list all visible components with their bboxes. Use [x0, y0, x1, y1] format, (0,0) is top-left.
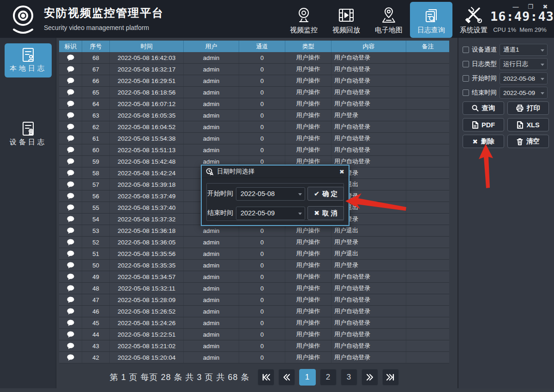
cell-user: admin: [184, 52, 239, 63]
print-button[interactable]: 打印: [507, 101, 549, 115]
sidebar-item-device-logs[interactable]: 设备日志: [5, 117, 52, 151]
nav-video-monitor[interactable]: 视频监控: [283, 2, 325, 38]
table-row[interactable]: 452022-05-08 15:24:26admin0用户操作用户自动登录: [59, 317, 449, 329]
table-row[interactable]: 462022-05-08 15:26:52admin0用户操作用户自动登录: [59, 306, 449, 317]
delete-button[interactable]: ✖删除: [463, 135, 504, 148]
pagination-bar: 第 1 页 每页 28 条 共 3 页 共 68 条 1 2 3: [59, 366, 449, 388]
table-row[interactable]: 502022-05-08 15:35:35admin0用户操作用户登录: [59, 260, 449, 271]
cell-time: 2022-05-08 15:36:18: [110, 225, 184, 236]
message-bubble-icon: [67, 77, 74, 84]
confirm-button[interactable]: ✔确 定: [307, 187, 344, 201]
cell-user: admin: [184, 329, 239, 340]
dialog-close-icon[interactable]: ✖: [339, 168, 344, 175]
cell-user: admin: [184, 75, 239, 86]
column-header[interactable]: 类型: [285, 41, 331, 52]
table-row[interactable]: 622022-05-08 16:04:52admin0用户操作用户自动登录: [59, 121, 449, 133]
page-button-3[interactable]: 3: [341, 369, 357, 386]
column-header[interactable]: 内容: [331, 41, 406, 52]
column-header[interactable]: 序号: [82, 41, 110, 52]
table-row[interactable]: 482022-05-08 15:32:11admin0用户操作用户自动登录: [59, 283, 449, 294]
column-header[interactable]: 时间: [110, 41, 184, 52]
table-row[interactable]: 642022-05-08 16:07:12admin0用户操作用户自动登录: [59, 98, 449, 110]
cell-remark: [406, 329, 449, 340]
start-time-select[interactable]: 2022-05-08: [500, 72, 548, 84]
prev-page-button[interactable]: [278, 369, 295, 386]
cell-remark: [406, 64, 449, 75]
cell-user: admin: [184, 271, 239, 282]
pdf-button[interactable]: PDF: [463, 118, 504, 131]
maximize-button[interactable]: ❐: [525, 3, 536, 10]
xls-button[interactable]: XLS: [507, 118, 549, 131]
table-row[interactable]: 632022-05-08 16:05:35admin0用户操作用户登录: [59, 110, 449, 121]
cell-type: 用户操作: [285, 260, 331, 271]
cell-time: 2022-05-08 15:32:11: [110, 283, 184, 294]
cell-time: 2022-05-08 16:05:35: [110, 110, 184, 121]
nav-e-map[interactable]: 电子地图: [367, 2, 410, 38]
column-header[interactable]: 通道: [239, 41, 285, 52]
cell-channel: 0: [239, 87, 285, 98]
cell-time: 2022-05-08 15:21:02: [110, 340, 184, 351]
column-header[interactable]: 标识: [59, 41, 82, 52]
filter-label: 开始时间: [472, 74, 497, 83]
cell-seq: 60: [82, 144, 110, 155]
end-time-checkbox[interactable]: [463, 89, 469, 96]
table-row[interactable]: 432022-05-08 15:21:02admin0用户操作用户自动登录: [59, 340, 449, 352]
nav-log-query[interactable]: 日志查询: [410, 2, 452, 38]
cell-seq: 68: [82, 52, 110, 63]
table-row[interactable]: 652022-05-08 16:18:56admin0用户操作用户自动登录: [59, 87, 449, 98]
column-header[interactable]: 用户: [184, 41, 239, 52]
table-row[interactable]: 532022-05-08 15:36:18admin0用户操作用户退出: [59, 225, 449, 237]
clear-button[interactable]: 清空: [507, 135, 549, 148]
cell-channel: 0: [239, 283, 285, 294]
cell-user: admin: [184, 144, 239, 155]
table-row[interactable]: 682022-05-08 16:42:03admin0用户操作用户自动登录: [59, 52, 449, 64]
device-channel-checkbox[interactable]: [463, 47, 469, 53]
cancel-button[interactable]: ✖取 消: [307, 206, 344, 220]
table-row[interactable]: 522022-05-08 15:36:05admin0用户操作用户登录: [59, 237, 449, 248]
next-page-button[interactable]: [361, 369, 378, 386]
sidebar-item-local-logs[interactable]: 本地日志: [5, 43, 52, 77]
close-button[interactable]: ✖: [540, 3, 550, 10]
minimize-button[interactable]: —: [511, 3, 521, 10]
sidebar-item-label: 本地日志: [10, 64, 47, 73]
cell-type: 用户操作: [285, 52, 331, 63]
page-button-2[interactable]: 2: [320, 369, 337, 386]
check-icon: ✔: [314, 190, 319, 197]
table-row[interactable]: 672022-05-08 16:32:17admin0用户操作用户自动登录: [59, 64, 449, 75]
table-row[interactable]: 492022-05-08 15:34:57admin0用户操作用户自动登录: [59, 271, 449, 283]
filter-label: 设备通道: [472, 46, 497, 54]
table-row[interactable]: 472022-05-08 15:28:09admin0用户操作用户自动登录: [59, 294, 449, 306]
cell-type: 用户操作: [285, 283, 331, 294]
query-button[interactable]: 查询: [463, 101, 504, 115]
cell-type: 用户操作: [285, 317, 331, 328]
sidebar-item-label: 设备日志: [10, 138, 47, 147]
page-button-1[interactable]: 1: [299, 369, 316, 386]
table-row[interactable]: 442022-05-08 15:22:51admin0用户操作用户自动登录: [59, 329, 449, 340]
x-mark-icon: ✖: [314, 209, 319, 217]
log-type-select[interactable]: 运行日志: [500, 58, 548, 70]
table-row[interactable]: 512022-05-08 15:35:56admin0用户操作用户退出: [59, 248, 449, 260]
cell-channel: 0: [239, 237, 285, 248]
table-row[interactable]: 662022-05-08 16:29:51admin0用户操作用户自动登录: [59, 75, 449, 87]
table-row[interactable]: 612022-05-08 15:54:38admin0用户操作用户自动登录: [59, 133, 449, 144]
nav-system-settings[interactable]: 系统设置: [452, 2, 495, 38]
log-table-header: 标识序号时间用户通道类型内容备注: [59, 41, 449, 52]
start-time-checkbox[interactable]: [463, 75, 469, 82]
dialog-end-select[interactable]: 2022-05-09: [236, 207, 305, 220]
device-channel-select[interactable]: 通道1: [500, 44, 548, 56]
dialog-start-select[interactable]: 2022-05-08: [236, 187, 305, 201]
cell-seq: 51: [82, 248, 110, 259]
last-page-button[interactable]: [382, 369, 399, 386]
table-row[interactable]: 602022-05-08 15:51:13admin0用户操作用户自动登录: [59, 144, 449, 156]
nav-video-playback[interactable]: 视频回放: [325, 2, 367, 38]
end-time-select[interactable]: 2022-05-09: [500, 87, 548, 99]
dialog-titlebar[interactable]: 日期时间选择 ✖: [202, 166, 349, 178]
table-row[interactable]: 422022-05-08 15:20:04admin0用户操作用户自动登录: [59, 352, 449, 363]
cell-seq: 61: [82, 133, 110, 144]
cell-type: 用户操作: [285, 271, 331, 282]
log-type-checkbox[interactable]: [463, 61, 469, 67]
first-page-button[interactable]: [258, 369, 274, 386]
cell-type: 用户操作: [285, 98, 331, 109]
cell-user: admin: [184, 352, 239, 363]
column-header[interactable]: 备注: [406, 41, 449, 52]
